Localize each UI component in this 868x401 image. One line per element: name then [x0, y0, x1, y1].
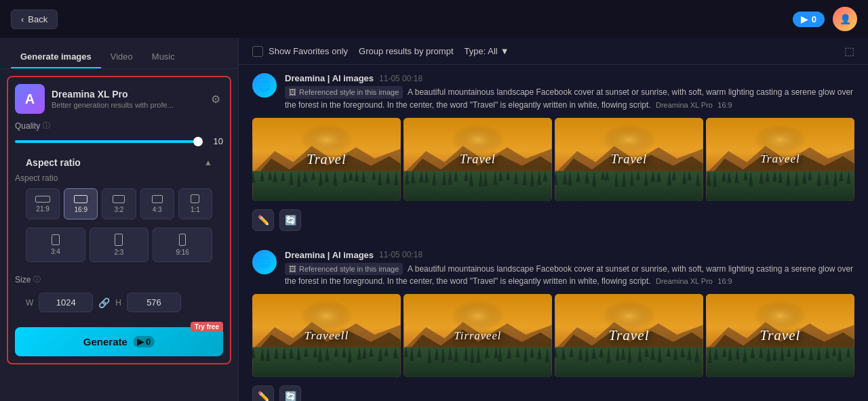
- height-input[interactable]: [127, 293, 181, 312]
- avatar[interactable]: 👤: [833, 7, 857, 31]
- type-label: Type: All: [465, 46, 498, 56]
- aspect-btn-21-9[interactable]: 21:9: [26, 188, 60, 219]
- feed: 🌐 Dreamina | AI images 11-05 00:18 🖼 Ref…: [239, 65, 868, 401]
- feed-meta: 🌐 Dreamina | AI images 11-05 00:18 🖼 Ref…: [252, 250, 854, 288]
- aspect-btn-9-16[interactable]: 9:16: [153, 228, 212, 262]
- filter-bar: Show Favorites only Group results by pro…: [239, 38, 868, 65]
- feed-author: Dreamina | AI images: [285, 73, 374, 83]
- feed-author-line: Dreamina | AI images 11-05 00:18: [285, 250, 854, 260]
- shape-4-3-icon: [152, 195, 163, 203]
- credits-count: 0: [812, 14, 816, 24]
- feed-content-text: Dreamina | AI images 11-05 00:18 🖼 Refer…: [285, 73, 854, 111]
- feed-timestamp: 11-05 00:18: [379, 74, 422, 83]
- aspect-btn-3-4[interactable]: 3:4: [26, 228, 85, 262]
- shape-1-1-icon: [191, 194, 199, 203]
- type-select[interactable]: Type: All ▼: [465, 46, 509, 56]
- back-button[interactable]: ‹ Back: [11, 9, 58, 29]
- feed-timestamp: 11-05 00:18: [379, 250, 422, 259]
- quality-value: 10: [210, 136, 223, 146]
- aspect-ratio-title: Aspect ratio: [26, 157, 81, 168]
- feed-meta: 🌐 Dreamina | AI images 11-05 00:18 🖼 Ref…: [252, 73, 854, 111]
- aspect-btn-2-3[interactable]: 2:3: [90, 228, 149, 262]
- aspect-btn-16-9[interactable]: 16:9: [64, 188, 98, 219]
- collapse-button[interactable]: ⬚: [844, 45, 854, 58]
- credits-icon: ▶: [801, 14, 808, 24]
- size-inputs: W 🔗 H: [15, 290, 223, 320]
- model-card[interactable]: A Dreamina XL Pro Better generation resu…: [15, 84, 223, 114]
- edit-button[interactable]: ✏️: [252, 209, 274, 231]
- action-row: ✏️ 🔄: [252, 207, 854, 234]
- content-area: Show Favorites only Group results by pro…: [239, 38, 868, 401]
- avatar-img: 👤: [840, 14, 851, 24]
- height-label: H: [115, 298, 121, 308]
- play-icon: ▶: [137, 337, 144, 347]
- quality-info-icon[interactable]: ⓘ: [43, 121, 50, 131]
- tab-music[interactable]: Music: [142, 46, 184, 68]
- back-arrow-icon: ‹: [21, 14, 24, 24]
- show-favorites-filter[interactable]: Show Favorites only: [252, 46, 348, 57]
- width-input[interactable]: [39, 293, 93, 312]
- feed-content-text: Dreamina | AI images 11-05 00:18 🖼 Refer…: [285, 250, 854, 288]
- back-label: Back: [28, 14, 47, 24]
- model-name: Dreamina XL Pro: [52, 89, 201, 100]
- quality-section: Quality ⓘ 10: [15, 121, 223, 146]
- quality-slider[interactable]: [15, 140, 203, 143]
- credits-badge[interactable]: ▶ 0: [793, 12, 825, 27]
- aspect-btn-3-2[interactable]: 3:2: [102, 188, 136, 219]
- image-grid: Travel: [252, 118, 854, 201]
- feed-entry-1: 🌐 Dreamina | AI images 11-05 00:18 🖼 Ref…: [252, 250, 854, 401]
- feed-avatar-icon: 🌐: [258, 79, 271, 92]
- feed-author-line: Dreamina | AI images 11-05 00:18: [285, 73, 854, 83]
- image-cell: Travel: [706, 294, 854, 377]
- feed-model-tag: Dreamina XL Pro: [656, 101, 713, 109]
- feed-entry-0: 🌐 Dreamina | AI images 11-05 00:18 🖼 Ref…: [252, 73, 854, 234]
- try-free-badge: Try free: [191, 322, 223, 332]
- image-cell: Travel: [555, 294, 703, 377]
- retry-button[interactable]: 🔄: [279, 385, 301, 401]
- model-desc: Better generation results with profe...: [52, 101, 201, 109]
- shape-3-2-icon: [113, 195, 125, 203]
- chevron-down-icon: ▼: [500, 46, 509, 56]
- image-cell: Travel: [252, 118, 401, 201]
- generate-section: Try free Generate ▶ 0: [15, 327, 223, 356]
- shape-16-9-icon: [74, 195, 87, 203]
- aspect-btn-4-3[interactable]: 4:3: [140, 188, 174, 219]
- model-info: Dreamina XL Pro Better generation result…: [52, 89, 201, 109]
- feed-avatar: 🌐: [252, 250, 277, 274]
- aspect-btn-1-1[interactable]: 1:1: [178, 188, 212, 219]
- edit-button[interactable]: ✏️: [252, 385, 274, 401]
- feed-ratio-tag: 16:9: [717, 101, 732, 109]
- model-settings-button[interactable]: ⚙: [208, 90, 223, 108]
- top-bar: ‹ Back ▶ 0 👤: [0, 0, 868, 38]
- quality-label: Quality ⓘ: [15, 121, 223, 131]
- aspect-ratio-grid-2: 3:4 2:3 9:16: [15, 225, 223, 268]
- group-results-label: Group results by prompt: [359, 46, 453, 56]
- ref-thumbnail-icon: 🖼: [289, 263, 296, 275]
- shape-3-4-icon: [52, 234, 60, 245]
- shape-9-16-icon: [179, 234, 186, 246]
- generate-label: Generate: [83, 336, 127, 347]
- aspect-ratio-sublabel: Aspect ratio: [15, 173, 58, 183]
- aspect-ratio-section: Aspect ratio ▲ Aspect ratio 21:9 16:9: [15, 153, 223, 268]
- action-row: ✏️ 🔄: [252, 383, 854, 401]
- ref-thumbnail-icon: 🖼: [289, 87, 296, 98]
- retry-button[interactable]: 🔄: [279, 209, 301, 231]
- show-favorites-checkbox[interactable]: [252, 46, 263, 57]
- group-results-filter[interactable]: Group results by prompt: [359, 46, 453, 56]
- aspect-ratio-header[interactable]: Aspect ratio ▲: [15, 153, 223, 172]
- size-info-icon[interactable]: ⓘ: [33, 274, 41, 284]
- aspect-ratio-grid: 21:9 16:9 3:2 4:3: [15, 186, 223, 225]
- model-icon: A: [15, 84, 45, 114]
- sidebar: Generate images Video Music A Dreamina X…: [0, 38, 239, 401]
- tab-video[interactable]: Video: [101, 46, 142, 68]
- feed-model-tag: Dreamina XL Pro: [656, 277, 713, 285]
- main-layout: Generate images Video Music A Dreamina X…: [0, 38, 868, 401]
- show-favorites-label: Show Favorites only: [269, 46, 348, 56]
- size-label: Size ⓘ: [15, 274, 223, 284]
- feed-author: Dreamina | AI images: [285, 250, 374, 260]
- image-grid: Traveell: [252, 294, 854, 377]
- feed-ref-tag: 🖼 Referenced style in this image: [285, 263, 403, 276]
- shape-2-3-icon: [115, 234, 123, 246]
- generate-count: ▶ 0: [133, 336, 155, 347]
- tab-generate-images[interactable]: Generate images: [11, 46, 101, 68]
